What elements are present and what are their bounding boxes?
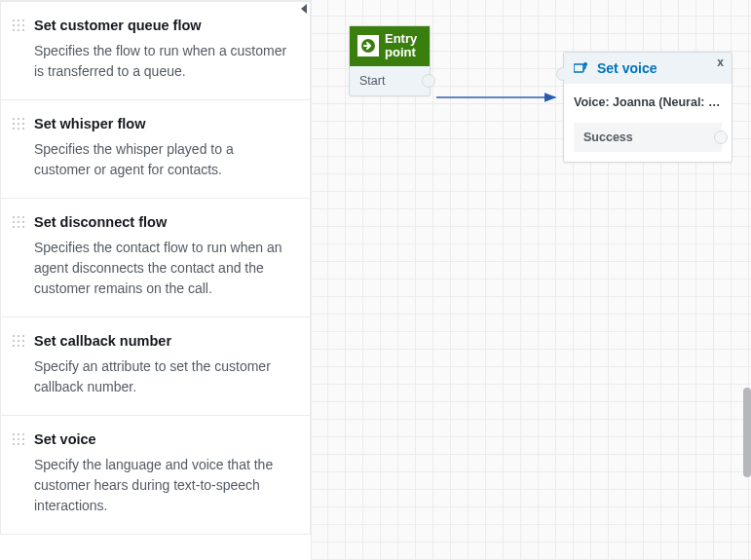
node-header: Set voice x <box>564 53 732 84</box>
block-title: Set whisper flow <box>34 116 292 131</box>
drag-handle-icon <box>13 216 24 232</box>
drag-handle-icon <box>13 19 24 35</box>
output-port[interactable] <box>714 131 728 144</box>
entry-point-node[interactable]: Entry point Start <box>349 25 431 96</box>
success-port-row[interactable]: Success <box>574 123 722 152</box>
block-palette: Set customer queue flow Specifies the fl… <box>0 0 312 560</box>
entry-start-port[interactable]: Start <box>350 66 430 95</box>
entry-label: Entry point <box>385 32 422 60</box>
drag-handle-icon <box>13 335 24 351</box>
voice-icon <box>574 61 589 75</box>
close-button[interactable]: x <box>717 56 724 69</box>
collapse-sidebar-button[interactable] <box>295 2 313 16</box>
entry-header: Entry point <box>350 26 430 66</box>
palette-block-set-callback-number[interactable]: Set callback number Specify an attribute… <box>0 317 311 416</box>
node-title: Set voice <box>597 60 657 76</box>
svg-point-3 <box>583 62 587 66</box>
block-title: Set disconnect flow <box>34 214 292 230</box>
palette-block-set-disconnect-flow[interactable]: Set disconnect flow Specifies the contac… <box>0 199 311 317</box>
block-description: Specify an attribute to set the customer… <box>34 356 292 397</box>
block-description: Specify the language and voice that the … <box>34 455 292 516</box>
flow-canvas[interactable]: Entry point Start Set voice x Voice: Joa… <box>312 0 751 560</box>
chevron-left-icon <box>300 4 308 14</box>
block-description: Specifies the contact flow to run when a… <box>34 238 292 299</box>
block-description: Specifies the whisper played to a custom… <box>34 139 292 180</box>
canvas-scrollbar-thumb[interactable] <box>743 388 751 477</box>
palette-block-set-whisper-flow[interactable]: Set whisper flow Specifies the whisper p… <box>0 100 311 199</box>
block-title: Set customer queue flow <box>34 18 292 33</box>
set-voice-node[interactable]: Set voice x Voice: Joanna (Neural: Co...… <box>563 52 732 163</box>
arrow-right-icon <box>357 35 379 56</box>
block-description: Specifies the flow to run when a custome… <box>34 41 292 82</box>
start-label: Start <box>359 74 385 88</box>
block-title: Set voice <box>34 431 292 447</box>
block-title: Set callback number <box>34 333 292 349</box>
svg-rect-2 <box>574 64 583 72</box>
output-port[interactable] <box>422 74 435 88</box>
drag-handle-icon <box>13 118 24 133</box>
palette-block-set-voice[interactable]: Set voice Specify the language and voice… <box>0 416 311 535</box>
node-body-text: Voice: Joanna (Neural: Co... <box>564 84 732 113</box>
palette-block-set-customer-queue-flow[interactable]: Set customer queue flow Specifies the fl… <box>0 1 311 100</box>
drag-handle-icon <box>13 433 24 449</box>
success-label: Success <box>583 131 633 144</box>
